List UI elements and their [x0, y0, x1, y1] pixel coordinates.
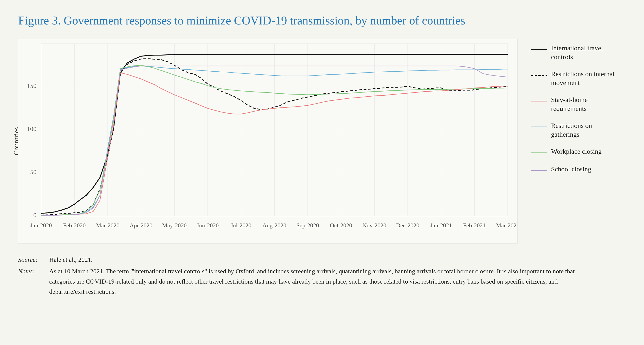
legend-item-school: School closing	[531, 165, 622, 174]
source-line: Source: Hale et al., 2021.	[18, 255, 626, 265]
svg-text:Jun-2020: Jun-2020	[197, 222, 219, 229]
legend-line-gatherings	[531, 124, 547, 131]
legend-line-international	[531, 47, 547, 53]
svg-text:Nov-2020: Nov-2020	[362, 222, 386, 229]
legend-item-internal: Restrictions on internal movement	[531, 69, 622, 87]
svg-text:150: 150	[27, 82, 36, 89]
legend-line-school	[531, 168, 547, 174]
source-label: Source:	[18, 255, 48, 265]
legend-label-school: School closing	[551, 165, 592, 173]
svg-text:Jan-2020: Jan-2020	[30, 222, 52, 229]
source-content: Hale et al., 2021.	[49, 255, 92, 265]
legend-item-gatherings: Restrictions on gatherings	[531, 121, 622, 139]
legend-label-gatherings: Restrictions on gatherings	[551, 121, 622, 139]
legend-line-stayathome	[531, 98, 547, 105]
legend-item-workplace: Workplace closing	[531, 147, 622, 156]
legend-label-stayathome: Stay-at-home requirements	[551, 95, 622, 113]
svg-text:Dec-2020: Dec-2020	[396, 222, 420, 229]
figure-title: Figure 3. Government responses to minimi…	[18, 13, 626, 28]
svg-text:Jul-2020: Jul-2020	[231, 222, 252, 229]
chart-area: 0 50 100 150 Jan-2020 Feb-2020 Mar-2020 …	[18, 39, 518, 244]
svg-text:Aug-2020: Aug-2020	[262, 222, 286, 229]
svg-text:Jan-2021: Jan-2021	[430, 222, 452, 229]
svg-text:Sep-2020: Sep-2020	[296, 222, 319, 229]
svg-text:Apr-2020: Apr-2020	[130, 222, 152, 229]
svg-text:Mar-2020: Mar-2020	[96, 222, 119, 229]
svg-text:50: 50	[30, 168, 36, 175]
legend-line-internal	[531, 72, 547, 79]
svg-text:Oct-2020: Oct-2020	[330, 222, 352, 229]
svg-text:May-2020: May-2020	[162, 222, 186, 229]
notes-label: Notes:	[18, 266, 48, 277]
legend-line-workplace	[531, 150, 547, 156]
legend-label-internal: Restrictions on internal movement	[551, 69, 622, 87]
notes-line: Notes: As at 10 March 2021. The term '"i…	[18, 266, 626, 297]
chart-container: Countries	[18, 39, 626, 244]
notes-content: As at 10 March 2021. The term '"internat…	[49, 266, 594, 297]
svg-text:Feb-2021: Feb-2021	[463, 222, 486, 229]
legend: International travel controls Restrictio…	[531, 39, 622, 174]
legend-item-international: International travel controls	[531, 43, 622, 61]
svg-text:0: 0	[33, 212, 36, 219]
svg-text:Feb-2020: Feb-2020	[63, 222, 86, 229]
legend-label-international: International travel controls	[551, 43, 622, 61]
source-notes: Source: Hale et al., 2021. Notes: As at …	[18, 255, 626, 297]
svg-text:Mar-2021: Mar-2021	[496, 222, 517, 229]
legend-item-stayathome: Stay-at-home requirements	[531, 95, 622, 113]
chart-svg: 0 50 100 150 Jan-2020 Feb-2020 Mar-2020 …	[18, 39, 517, 243]
svg-text:100: 100	[27, 125, 36, 132]
legend-label-workplace: Workplace closing	[551, 147, 602, 156]
